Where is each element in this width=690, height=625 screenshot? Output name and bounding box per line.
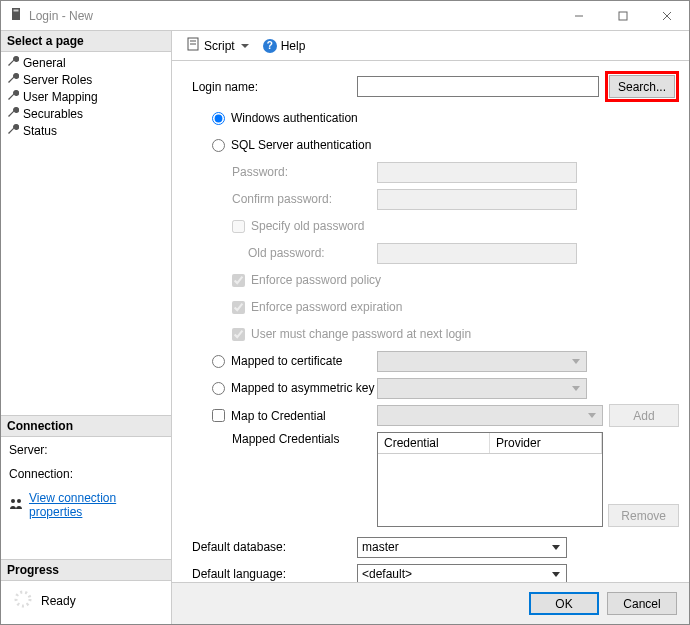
svg-point-8: [16, 592, 30, 606]
sidebar-item-server-roles[interactable]: Server Roles: [5, 71, 167, 88]
windows-auth-radio[interactable]: Windows authentication: [212, 111, 358, 125]
help-icon: ?: [263, 39, 277, 53]
password-label: Password:: [232, 165, 377, 179]
progress-header: Progress: [1, 559, 171, 581]
search-highlight: Search...: [605, 71, 679, 102]
confirm-password-input: [377, 189, 577, 210]
spinner-icon: [13, 589, 33, 612]
close-button[interactable]: [645, 1, 689, 31]
chevron-down-icon: [572, 386, 580, 391]
login-name-input[interactable]: [357, 76, 599, 97]
window-title: Login - New: [29, 9, 557, 23]
chevron-down-icon: [552, 545, 560, 550]
people-icon: [9, 497, 23, 514]
svg-point-7: [17, 499, 21, 503]
column-credential: Credential: [378, 433, 490, 453]
search-button[interactable]: Search...: [609, 75, 675, 98]
left-sidebar: Select a page General Server Roles User …: [1, 31, 171, 624]
confirm-password-label: Confirm password:: [232, 192, 377, 206]
svg-point-6: [11, 499, 15, 503]
credential-combo: [377, 405, 603, 426]
default-database-label: Default database:: [192, 540, 357, 554]
minimize-button[interactable]: [557, 1, 601, 31]
help-button[interactable]: ? Help: [259, 37, 310, 55]
login-name-label: Login name:: [192, 80, 357, 94]
svg-rect-3: [619, 12, 627, 20]
dialog-footer: OK Cancel: [172, 582, 689, 624]
default-database-combo[interactable]: master: [357, 537, 567, 558]
map-to-credential-checkbox[interactable]: Map to Credential: [212, 409, 377, 423]
mapped-credentials-grid[interactable]: Credential Provider: [377, 432, 603, 527]
app-icon: [9, 7, 23, 24]
sidebar-item-status[interactable]: Status: [5, 122, 167, 139]
default-language-combo[interactable]: <default>: [357, 564, 567, 583]
title-bar: Login - New: [1, 1, 689, 31]
progress-status: Ready: [41, 594, 76, 608]
old-password-label: Old password:: [248, 246, 377, 260]
maximize-button[interactable]: [601, 1, 645, 31]
column-provider: Provider: [490, 433, 602, 453]
enforce-policy-checkbox: Enforce password policy: [232, 273, 381, 287]
server-label: Server:: [9, 443, 165, 457]
sidebar-item-user-mapping[interactable]: User Mapping: [5, 88, 167, 105]
select-page-header: Select a page: [1, 31, 171, 52]
connection-header: Connection: [1, 415, 171, 437]
default-language-label: Default language:: [192, 567, 357, 581]
svg-rect-1: [14, 10, 19, 12]
script-button[interactable]: Script: [182, 35, 253, 56]
sidebar-item-label: Securables: [23, 107, 83, 121]
mapped-credentials-label: Mapped Credentials: [212, 432, 377, 446]
script-icon: [186, 37, 200, 54]
wrench-icon: [7, 89, 19, 104]
view-connection-properties-link[interactable]: View connection properties: [29, 491, 165, 519]
sidebar-item-securables[interactable]: Securables: [5, 105, 167, 122]
help-label: Help: [281, 39, 306, 53]
chevron-down-icon: [572, 359, 580, 364]
wrench-icon: [7, 123, 19, 138]
sidebar-item-label: User Mapping: [23, 90, 98, 104]
form-panel: Login name: Search... Windows authentica…: [172, 61, 689, 582]
sidebar-item-label: Status: [23, 124, 57, 138]
chevron-down-icon: [552, 572, 560, 577]
wrench-icon: [7, 72, 19, 87]
dialog-window: Login - New Select a page General Server…: [0, 0, 690, 625]
sidebar-item-label: General: [23, 56, 66, 70]
chevron-down-icon: [588, 413, 596, 418]
wrench-icon: [7, 106, 19, 121]
script-label: Script: [204, 39, 235, 53]
connection-label: Connection:: [9, 467, 165, 481]
sidebar-item-label: Server Roles: [23, 73, 92, 87]
sql-auth-radio[interactable]: SQL Server authentication: [212, 138, 371, 152]
toolbar: Script ? Help: [172, 31, 689, 61]
add-button: Add: [609, 404, 679, 427]
enforce-expiration-checkbox: Enforce password expiration: [232, 300, 402, 314]
mapped-to-asym-radio[interactable]: Mapped to asymmetric key: [212, 381, 377, 395]
chevron-down-icon: [241, 44, 249, 48]
must-change-checkbox: User must change password at next login: [232, 327, 471, 341]
ok-button[interactable]: OK: [529, 592, 599, 615]
sidebar-item-general[interactable]: General: [5, 54, 167, 71]
mapped-to-cert-radio[interactable]: Mapped to certificate: [212, 354, 377, 368]
password-input: [377, 162, 577, 183]
wrench-icon: [7, 55, 19, 70]
cancel-button[interactable]: Cancel: [607, 592, 677, 615]
old-password-input: [377, 243, 577, 264]
certificate-combo: [377, 351, 587, 372]
asymmetric-key-combo: [377, 378, 587, 399]
specify-old-password-checkbox: Specify old password: [232, 219, 364, 233]
remove-button: Remove: [608, 504, 679, 527]
